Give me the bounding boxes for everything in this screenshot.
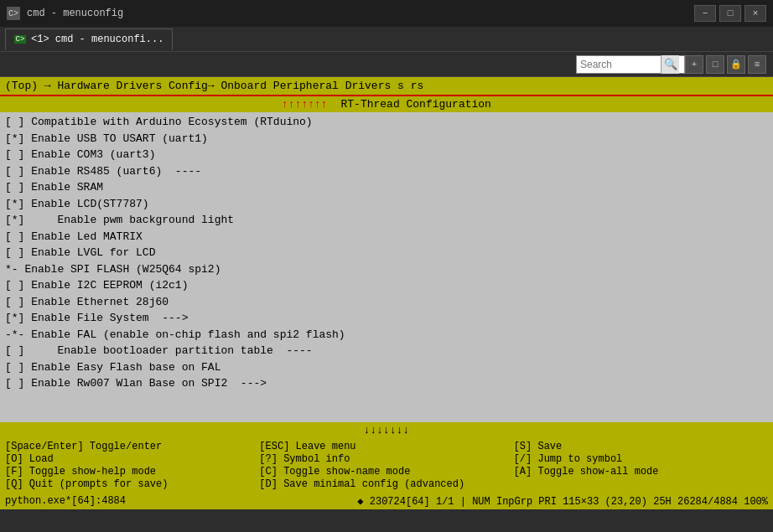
- toolbar-btn-add[interactable]: +: [685, 55, 703, 74]
- menu-item-15[interactable]: [ ] Enable Easy Flash base on FAL: [5, 359, 768, 376]
- menu-item-3[interactable]: [ ] Enable RS485 (uart6) ----: [5, 163, 768, 180]
- menu-item-5[interactable]: [*] Enable LCD(ST7787): [5, 196, 768, 213]
- window-title: cmd - menuconfig: [27, 8, 123, 19]
- toolbar-buttons: + □ 🔒 ≡: [685, 55, 766, 74]
- minimize-button[interactable]: −: [694, 5, 716, 22]
- menu-item-0[interactable]: [ ] Compatible with Arduino Ecosystem (R…: [5, 114, 768, 131]
- config-title: RT-Thread Configuration: [340, 98, 490, 111]
- menu-item-10[interactable]: [ ] Enable I2C EEPROM (i2c1): [5, 277, 768, 294]
- help-3-2: [C] Toggle show-name mode: [259, 466, 513, 478]
- help-4-2: [D] Save minimal config (advanced): [259, 478, 768, 490]
- help-row-3: [F] Toggle show-help mode [C] Toggle sho…: [5, 466, 768, 478]
- help-1-2: [ESC] Leave menu: [259, 441, 513, 452]
- search-icon: 🔍: [664, 58, 677, 71]
- search-button[interactable]: 🔍: [661, 55, 679, 74]
- close-button[interactable]: ×: [744, 5, 766, 22]
- menu-item-12[interactable]: [*] Enable File System --->: [5, 310, 768, 327]
- nav-path: (Top) → Hardware Drivers Config→ Onboard…: [5, 80, 423, 92]
- menu-item-7[interactable]: [ ] Enable Led MATRIX: [5, 229, 768, 245]
- toolbar-btn-window[interactable]: □: [706, 55, 724, 74]
- bottom-spacer: [0, 389, 773, 422]
- menu-item-14[interactable]: [ ] Enable bootloader partition table --…: [5, 343, 768, 359]
- status-left: python.exe*[64]:4884: [5, 495, 126, 508]
- help-2-2: [?] Symbol info: [259, 453, 513, 465]
- search-box: 🔍: [576, 55, 685, 74]
- menu-item-4[interactable]: [ ] Enable SRAM: [5, 179, 768, 196]
- tab-icon: C>: [14, 35, 26, 44]
- titlebar-left: C> cmd - menuconfig: [7, 7, 123, 20]
- help-bar: [Space/Enter] Toggle/enter [ESC] Leave m…: [0, 438, 773, 493]
- menu-item-11[interactable]: [ ] Enable Ethernet 28j60: [5, 294, 768, 311]
- help-4-1: [Q] Quit (prompts for save): [5, 478, 259, 490]
- menu-item-16[interactable]: [ ] Enable Rw007 Wlan Base on SPI2 --->: [5, 375, 768, 389]
- help-row-4: [Q] Quit (prompts for save) [D] Save min…: [5, 478, 768, 490]
- help-3-1: [F] Toggle show-help mode: [5, 466, 259, 478]
- help-3-3: [A] Toggle show-all mode: [514, 466, 768, 478]
- app-icon: C>: [7, 7, 20, 20]
- menu-item-6[interactable]: [*] Enable pwm background light: [5, 212, 768, 229]
- nav-bar: (Top) → Hardware Drivers Config→ Onboard…: [0, 77, 773, 95]
- toolbar-btn-lock[interactable]: 🔒: [727, 55, 745, 74]
- help-2-3: [/] Jump to symbol: [514, 453, 768, 465]
- tab-bar: C> <1> cmd - menuconfi...: [0, 27, 773, 52]
- menu-item-1[interactable]: [*] Enable USB TO USART (uart1): [5, 131, 768, 147]
- window-controls: − □ ×: [694, 5, 766, 22]
- down-arrows: ↓↓↓↓↓↓↓: [364, 424, 410, 436]
- menu-item-8[interactable]: [ ] Enable LVGL for LCD: [5, 245, 768, 261]
- title-bar: C> cmd - menuconfig − □ ×: [0, 0, 773, 27]
- help-row-1: [Space/Enter] Toggle/enter [ESC] Leave m…: [5, 441, 768, 452]
- help-row-2: [O] Load [?] Symbol info [/] Jump to sym…: [5, 453, 768, 465]
- toolbar-btn-menu[interactable]: ≡: [748, 55, 766, 74]
- status-bar: python.exe*[64]:4884 ◆ 230724[64] 1/1 | …: [0, 493, 773, 509]
- help-1-1: [Space/Enter] Toggle/enter: [5, 441, 259, 452]
- menu-item-2[interactable]: [ ] Enable COM3 (uart3): [5, 147, 768, 163]
- toolbar: 🔍 + □ 🔒 ≡: [0, 52, 773, 77]
- header-title-bar: ↑↑↑↑↑↑↑ RT-Thread Configuration: [0, 95, 773, 112]
- menu-item-9[interactable]: *- Enable SPI FLASH (W25Q64 spi2): [5, 261, 768, 278]
- maximize-button[interactable]: □: [719, 5, 741, 22]
- menu-list: [ ] Compatible with Arduino Ecosystem (R…: [5, 114, 768, 389]
- status-right: ◆ 230724[64] 1/1 | NUM InpGrp PRI 115×33…: [357, 495, 768, 508]
- menu-item-13[interactable]: -*- Enable FAL (enable on-chip flash and…: [5, 327, 768, 343]
- up-arrows: ↑↑↑↑↑↑↑: [282, 98, 328, 111]
- tab-1[interactable]: C> <1> cmd - menuconfi...: [5, 28, 173, 50]
- search-input[interactable]: [577, 59, 661, 70]
- help-1-3: [S] Save: [514, 441, 768, 452]
- tab-label: <1> cmd - menuconfi...: [31, 34, 163, 45]
- bottom-arrows: ↓↓↓↓↓↓↓: [0, 422, 773, 438]
- main-content: [ ] Compatible with Arduino Ecosystem (R…: [0, 112, 773, 389]
- help-2-1: [O] Load: [5, 453, 259, 465]
